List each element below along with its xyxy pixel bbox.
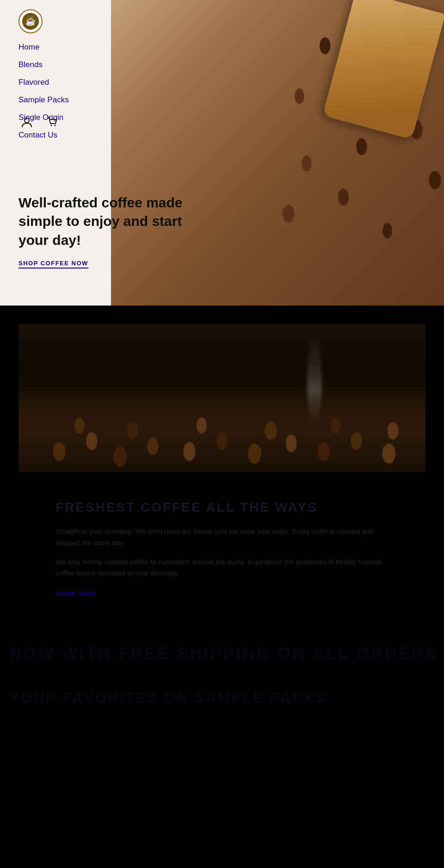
dark-section: FRESHEST COFFEE ALL THE WAYS Straight to… bbox=[0, 306, 444, 720]
logo-inner: ☕ bbox=[22, 13, 39, 30]
nav-icon-group bbox=[18, 114, 61, 131]
marquee-text-1: NOW WITH FREE SHIPPING ON ALL ORDERS bbox=[0, 644, 444, 663]
steam-visual bbox=[307, 333, 322, 426]
account-icon bbox=[21, 116, 33, 128]
shop-coffee-now-button[interactable]: SHOP COFFEE NOW bbox=[18, 260, 88, 269]
nav-link-sample-packs[interactable]: Sample Packs bbox=[18, 95, 69, 104]
hero-content: Well-crafted coffee made simple to enjoy… bbox=[18, 194, 213, 269]
svg-point-1 bbox=[51, 125, 52, 126]
nav-item-flavored[interactable]: Flavored bbox=[18, 78, 157, 87]
nav-item-blends[interactable]: Blends bbox=[18, 60, 157, 69]
freshest-paragraph2: We ship freshly roasted coffee to custom… bbox=[56, 556, 388, 580]
cart-button[interactable] bbox=[44, 114, 61, 131]
svg-point-0 bbox=[25, 118, 29, 123]
hero-section: ☕ Home Blends Flavored Sample Packs Sing… bbox=[0, 0, 444, 306]
logo[interactable]: ☕ bbox=[18, 9, 43, 33]
freshest-heading: FRESHEST COFFEE ALL THE WAYS bbox=[56, 500, 388, 515]
freshest-paragraph1: Straight to your doorstep. We don't roas… bbox=[56, 526, 388, 549]
marquee-section-1: NOW WITH FREE SHIPPING ON ALL ORDERS bbox=[0, 625, 444, 677]
beans-photo bbox=[18, 324, 426, 472]
beans-photo-visual bbox=[18, 368, 426, 472]
navigation: ☕ Home Blends Flavored Sample Packs Sing… bbox=[0, 0, 176, 149]
coffee-cup-icon: ☕ bbox=[25, 16, 36, 26]
marquee-text-2: YOUR FAVORITES ON SAMPLE PACKS bbox=[0, 689, 444, 706]
marquee-section-2: YOUR FAVORITES ON SAMPLE PACKS bbox=[0, 677, 444, 720]
nav-item-home[interactable]: Home bbox=[18, 43, 157, 52]
nav-link-blends[interactable]: Blends bbox=[18, 60, 43, 69]
nav-link-home[interactable]: Home bbox=[18, 43, 39, 51]
hero-title: Well-crafted coffee made simple to enjoy… bbox=[18, 194, 213, 250]
account-button[interactable] bbox=[18, 114, 35, 131]
beans-photo-wrapper bbox=[0, 306, 444, 472]
nav-link-flavored[interactable]: Flavored bbox=[18, 78, 49, 87]
nav-link-contact[interactable]: Contact Us bbox=[18, 131, 57, 139]
nav-item-contact[interactable]: Contact Us bbox=[18, 131, 157, 140]
cart-icon bbox=[47, 116, 59, 128]
svg-point-2 bbox=[55, 125, 56, 126]
freshest-content: FRESHEST COFFEE ALL THE WAYS Straight to… bbox=[0, 472, 444, 625]
shop-now-button[interactable]: SHOP NOW bbox=[56, 590, 96, 597]
nav-item-sample-packs[interactable]: Sample Packs bbox=[18, 95, 157, 105]
